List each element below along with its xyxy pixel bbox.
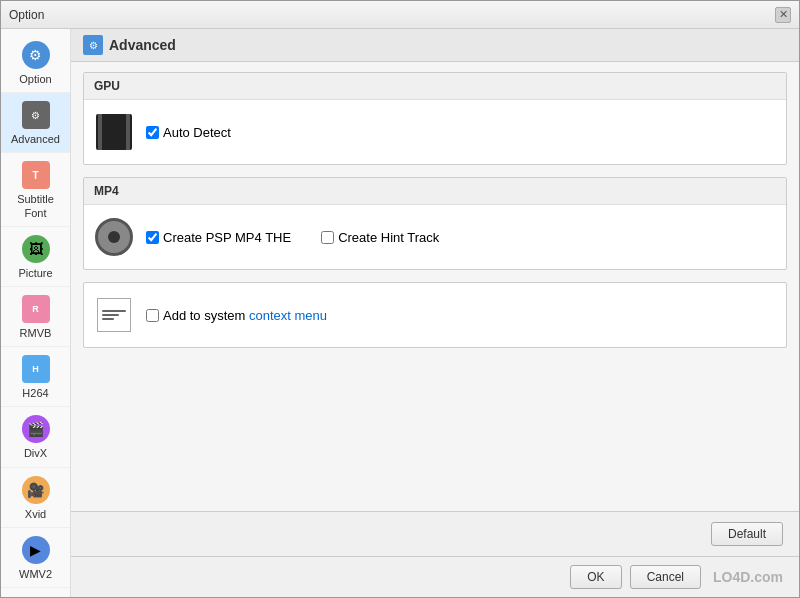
window-title: Option <box>9 8 44 22</box>
context-section-row: Add to system context menu <box>84 283 786 347</box>
sidebar-item-option[interactable]: ⚙ Option <box>1 33 70 93</box>
gpu-options: Auto Detect <box>146 125 776 140</box>
add-context-checkbox-label[interactable]: Add to system context menu <box>146 308 327 323</box>
close-button[interactable]: ✕ <box>775 7 791 23</box>
footer-ok-cancel: OK Cancel LO4D.com <box>71 556 799 597</box>
content-body: GPU Auto Detect <box>71 62 799 511</box>
mp4-section-label: MP4 <box>84 178 786 205</box>
content-area: ⚙ Advanced GPU Auto Detect <box>71 29 799 597</box>
content-title: Advanced <box>109 37 176 53</box>
gpu-section-row: Auto Detect <box>84 100 786 164</box>
title-bar: Option ✕ <box>1 1 799 29</box>
sidebar-item-advanced-label: Advanced <box>11 133 60 146</box>
context-icon <box>94 295 134 335</box>
auto-detect-label: Auto Detect <box>163 125 231 140</box>
add-context-checkbox[interactable] <box>146 309 159 322</box>
main-content: ⚙ Option ⚙ Advanced T SubtitleFont 🖼 <box>1 29 799 597</box>
sidebar-item-divx-label: DivX <box>24 447 47 460</box>
sidebar-item-wmv2[interactable]: ▶ WMV2 <box>1 528 70 588</box>
context-options: Add to system context menu <box>146 308 776 323</box>
sidebar-item-rmvb-label: RMVB <box>20 327 52 340</box>
rmvb-icon: R <box>20 293 52 325</box>
mp4-section-row: Create PSP MP4 THE Create Hint Track <box>84 205 786 269</box>
sidebar-item-divx[interactable]: 🎬 DivX <box>1 407 70 467</box>
sidebar: ⚙ Option ⚙ Advanced T SubtitleFont 🖼 <box>1 29 71 597</box>
sidebar-item-option-label: Option <box>19 73 51 86</box>
h264-icon: H <box>20 353 52 385</box>
mp4-icon <box>94 217 134 257</box>
sidebar-item-wmv2-label: WMV2 <box>19 568 52 581</box>
cancel-button[interactable]: Cancel <box>630 565 701 589</box>
sidebar-item-xvid[interactable]: 🎥 Xvid <box>1 468 70 528</box>
wmv2-icon: ▶ <box>20 534 52 566</box>
sidebar-item-subtitle-font[interactable]: T SubtitleFont <box>1 153 70 226</box>
add-context-label: Add to system context menu <box>163 308 327 323</box>
option-icon: ⚙ <box>20 39 52 71</box>
context-section: Add to system context menu <box>83 282 787 348</box>
mp4-section: MP4 Create PSP MP4 THE C <box>83 177 787 270</box>
main-window: Option ✕ ⚙ Option ⚙ Advanced T Su <box>0 0 800 598</box>
sidebar-item-picture[interactable]: 🖼 Picture <box>1 227 70 287</box>
create-psp-label: Create PSP MP4 THE <box>163 230 291 245</box>
auto-detect-checkbox-label[interactable]: Auto Detect <box>146 125 231 140</box>
xvid-icon: 🎥 <box>20 474 52 506</box>
create-psp-checkbox[interactable] <box>146 231 159 244</box>
sidebar-item-xvid-label: Xvid <box>25 508 46 521</box>
gpu-section-label: GPU <box>84 73 786 100</box>
create-hint-checkbox-label[interactable]: Create Hint Track <box>321 230 439 245</box>
sidebar-item-h264[interactable]: H H264 <box>1 347 70 407</box>
sidebar-item-advanced[interactable]: ⚙ Advanced <box>1 93 70 153</box>
gpu-icon <box>94 112 134 152</box>
auto-detect-checkbox[interactable] <box>146 126 159 139</box>
divx-icon: 🎬 <box>20 413 52 445</box>
sidebar-item-picture-label: Picture <box>18 267 52 280</box>
footer-default: Default <box>71 511 799 556</box>
content-header: ⚙ Advanced <box>71 29 799 62</box>
picture-icon: 🖼 <box>20 233 52 265</box>
subtitle-font-icon: T <box>20 159 52 191</box>
content-header-icon: ⚙ <box>83 35 103 55</box>
default-button[interactable]: Default <box>711 522 783 546</box>
sidebar-item-h264-label: H264 <box>22 387 48 400</box>
mp4-options: Create PSP MP4 THE Create Hint Track <box>146 230 776 245</box>
watermark: LO4D.com <box>713 569 783 585</box>
sidebar-item-rmvb[interactable]: R RMVB <box>1 287 70 347</box>
gpu-section: GPU Auto Detect <box>83 72 787 165</box>
sidebar-item-subtitle-font-label: SubtitleFont <box>17 193 54 219</box>
create-hint-checkbox[interactable] <box>321 231 334 244</box>
advanced-icon: ⚙ <box>20 99 52 131</box>
create-hint-label: Create Hint Track <box>338 230 439 245</box>
create-psp-checkbox-label[interactable]: Create PSP MP4 THE <box>146 230 291 245</box>
ok-button[interactable]: OK <box>570 565 621 589</box>
